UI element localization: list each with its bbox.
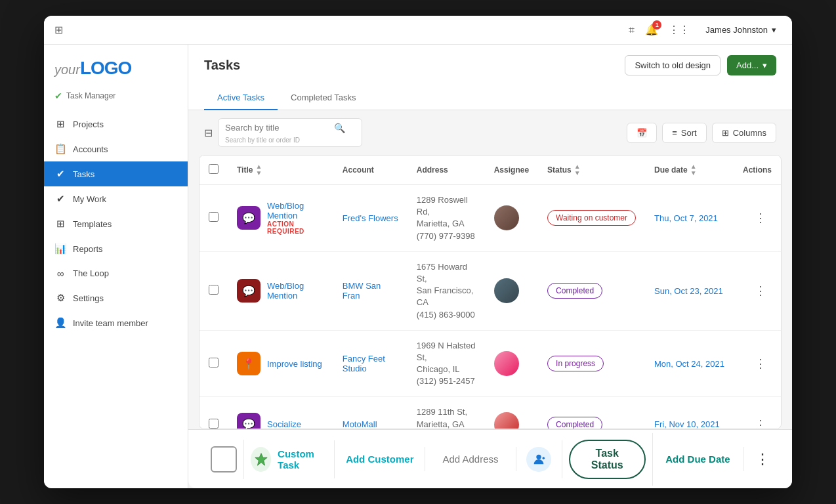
select-all-checkbox[interactable] bbox=[209, 164, 219, 174]
apps-grid-icon[interactable]: ⋮⋮ bbox=[669, 24, 690, 36]
due-date: Mon, Oct 24, 2021 bbox=[654, 359, 724, 369]
row-status-cell: In progress bbox=[538, 330, 645, 397]
avatar bbox=[494, 278, 519, 303]
sidebar-item-projects[interactable]: ⊞ Projects bbox=[44, 112, 188, 136]
row-duedate-cell: Mon, Oct 24, 2021 bbox=[645, 330, 734, 397]
row-checkbox-3[interactable] bbox=[209, 358, 219, 368]
row-more-button[interactable]: ⋮ bbox=[749, 281, 772, 301]
sidebar-item-accounts[interactable]: 📋 Accounts bbox=[44, 136, 188, 161]
task-type-icon: 📍 bbox=[237, 352, 261, 375]
sidebar-item-settings[interactable]: ⚙ Settings bbox=[44, 285, 188, 310]
status-sort[interactable]: Status ▲▼ bbox=[547, 163, 636, 177]
account-link[interactable]: Fred's Flowers bbox=[343, 213, 398, 223]
invite-label: Invite team member bbox=[73, 318, 148, 328]
title-sort[interactable]: Title ▲▼ bbox=[237, 163, 324, 177]
row-checkbox-1[interactable] bbox=[209, 212, 219, 222]
row-checkbox-cell bbox=[199, 397, 228, 429]
row-account-cell: Fancy Feet Studio bbox=[333, 330, 408, 397]
row-checkbox-cell bbox=[199, 185, 228, 252]
bottom-checkbox-item bbox=[204, 440, 244, 479]
task-title[interactable]: Web/Blog Mention bbox=[267, 281, 324, 301]
toolbar: ⊟ 🔍 Search by title or order ID 📅 bbox=[188, 110, 792, 155]
row-assignee-cell bbox=[485, 330, 538, 397]
th-address: Address bbox=[408, 156, 485, 185]
add-button[interactable]: Add... ▾ bbox=[727, 55, 776, 75]
bottom-task-status[interactable]: Task Status bbox=[562, 433, 653, 486]
columns-button[interactable]: ⊞ Columns bbox=[712, 123, 776, 143]
task-title[interactable]: Improve listing bbox=[267, 359, 322, 369]
th-checkbox bbox=[199, 156, 228, 185]
user-menu[interactable]: James Johnston ▾ bbox=[700, 22, 782, 37]
row-more-button[interactable]: ⋮ bbox=[749, 354, 772, 373]
sidebar-item-theloop[interactable]: ∞ The Loop bbox=[44, 261, 188, 285]
add-assignee-icon[interactable] bbox=[526, 447, 551, 472]
projects-label: Projects bbox=[73, 119, 104, 129]
row-title-cell: 💬 Web/Blog Mention bbox=[228, 251, 333, 330]
bottom-more-button[interactable]: ⋮ bbox=[749, 444, 776, 474]
task-manager-text: Task Manager bbox=[66, 91, 115, 100]
task-cell: 📍 Improve listing bbox=[237, 352, 324, 375]
svg-marker-0 bbox=[255, 453, 266, 465]
status-badge: In progress bbox=[547, 356, 604, 371]
task-info: Web/Blog Mention ACTION REQUIRED bbox=[267, 201, 324, 235]
chevron-down-icon: ▾ bbox=[772, 25, 776, 35]
row-actions-cell: ⋮ bbox=[734, 185, 781, 252]
duedate-sort[interactable]: Due date ▲▼ bbox=[654, 163, 724, 177]
account-link[interactable]: Fancy Feet Studio bbox=[343, 354, 385, 373]
sort-button[interactable]: ≡ Sort bbox=[662, 123, 706, 143]
task-title[interactable]: Socialize bbox=[267, 419, 301, 429]
sidebar-item-reports[interactable]: 📊 Reports bbox=[44, 236, 188, 261]
bottom-bar: Custom Task Add Customer Add Address bbox=[188, 429, 792, 488]
row-status-cell: Waiting on customer bbox=[538, 185, 645, 252]
due-date: Thu, Oct 7, 2021 bbox=[654, 213, 718, 223]
row-more-button[interactable]: ⋮ bbox=[749, 415, 772, 429]
theloop-icon: ∞ bbox=[54, 268, 66, 279]
row-title-cell: 💬 Web/Blog Mention ACTION REQUIRED bbox=[228, 185, 333, 252]
header-actions: Switch to old design Add... ▾ bbox=[625, 55, 776, 75]
app-icon: ⊞ bbox=[54, 24, 63, 36]
sidebar-item-mywork[interactable]: ✔ My Work bbox=[44, 186, 188, 211]
sidebar-item-tasks[interactable]: ✔ Tasks bbox=[44, 161, 188, 186]
bottom-custom-task[interactable]: Custom Task bbox=[244, 440, 335, 478]
add-chevron-icon: ▾ bbox=[763, 60, 767, 70]
theloop-label: The Loop bbox=[73, 268, 109, 278]
check-circle-icon: ✔ bbox=[54, 91, 62, 101]
account-link[interactable]: BMW San Fran bbox=[343, 281, 381, 301]
avatar bbox=[494, 412, 519, 429]
bottom-add-due-date[interactable]: Add Due Date bbox=[653, 447, 743, 471]
row-checkbox-4[interactable] bbox=[209, 419, 219, 429]
main-layout: yourLOGO ✔ Task Manager ⊞ Projects 📋 Acc… bbox=[44, 45, 792, 488]
account-link[interactable]: MotoMall bbox=[343, 419, 377, 429]
th-assignee: Assignee bbox=[485, 156, 538, 185]
row-more-button[interactable]: ⋮ bbox=[749, 208, 772, 228]
th-account: Account bbox=[333, 156, 408, 185]
settings-label: Settings bbox=[73, 293, 104, 303]
sidebar-item-invite[interactable]: 👤 Invite team member bbox=[44, 310, 188, 335]
bottom-add-address[interactable]: Add Address bbox=[425, 447, 516, 471]
th-actions: Actions bbox=[734, 156, 781, 185]
table-container: Title ▲▼ Account Address As bbox=[199, 155, 782, 429]
tasks-table: Title ▲▼ Account Address As bbox=[199, 156, 781, 429]
tab-completed-tasks[interactable]: Completed Tasks bbox=[278, 86, 369, 110]
projects-icon: ⊞ bbox=[54, 118, 66, 130]
avatar bbox=[494, 205, 519, 230]
filter-icon[interactable]: ⊟ bbox=[204, 127, 213, 139]
row-checkbox-2[interactable] bbox=[209, 285, 219, 295]
search-icon[interactable]: 🔍 bbox=[334, 123, 345, 133]
notification-bell[interactable]: 🔔 1 bbox=[645, 24, 658, 36]
tab-active-tasks[interactable]: Active Tasks bbox=[204, 86, 278, 110]
bottom-add-customer[interactable]: Add Customer bbox=[335, 447, 425, 471]
user-name: James Johnston bbox=[705, 25, 768, 35]
search-input[interactable] bbox=[225, 119, 330, 136]
link-icon[interactable]: ⌗ bbox=[629, 24, 635, 36]
task-title[interactable]: Web/Blog Mention bbox=[267, 201, 324, 220]
sidebar-item-templates[interactable]: ⊞ Templates bbox=[44, 211, 188, 236]
row-address-cell: 1289 Roswell Rd,Marietta, GA(770) 977-93… bbox=[408, 185, 485, 252]
tasks-label: Tasks bbox=[73, 169, 94, 179]
task-info: Socialize bbox=[267, 419, 301, 429]
bottom-checkbox[interactable] bbox=[211, 446, 237, 472]
row-address-cell: 1289 11th St,Marietta, GA(770) 977-5463 bbox=[408, 397, 485, 429]
calendar-button[interactable]: 📅 bbox=[627, 123, 657, 143]
switch-design-button[interactable]: Switch to old design bbox=[625, 55, 721, 75]
task-status-button[interactable]: Task Status bbox=[569, 440, 646, 479]
